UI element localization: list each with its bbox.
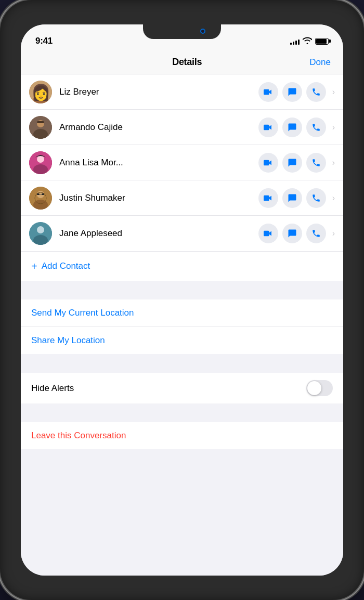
content-area: Liz Breyer — [21, 74, 343, 576]
battery-fill — [316, 39, 327, 44]
svg-rect-13 — [264, 160, 269, 165]
nav-bar: Details Done — [21, 51, 343, 74]
svg-rect-21 — [264, 195, 269, 201]
hide-alerts-toggle[interactable] — [306, 380, 333, 396]
contact-name: Jane Appleseed — [59, 228, 258, 239]
table-row: Justin Shumaker — [21, 180, 343, 216]
svg-rect-19 — [42, 193, 44, 195]
leave-conversation-label: Leave this Conversation — [31, 431, 126, 440]
svg-point-1 — [36, 85, 45, 93]
message-button[interactable] — [282, 153, 302, 173]
svg-point-0 — [29, 81, 52, 103]
signal-bars-icon — [290, 37, 300, 45]
table-row: Jane Appleseed — [21, 216, 343, 251]
phone-call-button[interactable] — [306, 153, 326, 173]
contact-name: Armando Cajide — [59, 122, 258, 133]
video-call-button[interactable] — [258, 224, 278, 243]
wifi-icon — [303, 37, 312, 46]
toggle-thumb — [307, 381, 321, 395]
signal-bar-3 — [295, 41, 297, 45]
notch — [143, 24, 221, 39]
phone-call-button[interactable] — [306, 118, 326, 137]
hide-alerts-label: Hide Alerts — [31, 383, 74, 394]
status-icons — [290, 37, 329, 46]
signal-bar-2 — [293, 42, 294, 45]
contacts-section: Liz Breyer — [21, 74, 343, 281]
share-location-button[interactable]: Share My Location — [21, 327, 343, 354]
contact-actions: › — [258, 188, 335, 208]
chevron-right-icon: › — [332, 193, 335, 203]
svg-rect-18 — [37, 193, 40, 195]
avatar — [29, 222, 52, 245]
video-call-button[interactable] — [258, 188, 278, 208]
phone-screen: 9:41 — [21, 24, 343, 576]
table-row: Anna Lisa Mor... — [21, 145, 343, 180]
svg-rect-25 — [264, 231, 269, 237]
message-button[interactable] — [282, 118, 302, 137]
phone-call-button[interactable] — [306, 82, 326, 102]
table-row: Armando Cajide — [21, 110, 343, 145]
contact-actions: › — [258, 153, 335, 173]
video-call-button[interactable] — [258, 153, 278, 173]
plus-icon: + — [31, 261, 37, 271]
table-row: Liz Breyer — [21, 74, 343, 110]
video-call-button[interactable] — [258, 118, 278, 137]
contact-name: Anna Lisa Mor... — [59, 158, 258, 168]
svg-point-11 — [37, 155, 44, 163]
send-location-label: Send My Current Location — [31, 308, 134, 318]
contact-actions: › — [258, 118, 335, 137]
svg-point-2 — [33, 94, 48, 103]
leave-conversation-section: Leave this Conversation — [21, 422, 343, 449]
message-button[interactable] — [282, 188, 302, 208]
phone-call-button[interactable] — [306, 224, 326, 243]
message-button[interactable] — [282, 224, 302, 243]
svg-rect-9 — [264, 124, 269, 130]
nav-title: Details — [172, 57, 202, 68]
svg-point-23 — [37, 226, 44, 233]
phone-frame: 9:41 — [0, 0, 364, 600]
phone-call-button[interactable] — [306, 188, 326, 208]
section-divider-2 — [21, 354, 343, 373]
avatar — [29, 187, 52, 210]
contact-actions: › — [258, 224, 335, 243]
contact-actions: › — [258, 82, 335, 102]
svg-rect-8 — [37, 121, 44, 123]
status-time: 9:41 — [35, 36, 53, 46]
avatar — [29, 116, 52, 139]
signal-bar-1 — [290, 43, 292, 45]
send-current-location-button[interactable]: Send My Current Location — [21, 299, 343, 327]
contact-name: Justin Shumaker — [59, 193, 258, 203]
chevron-right-icon: › — [332, 158, 335, 167]
chevron-right-icon: › — [332, 87, 335, 97]
share-location-label: Share My Location — [31, 335, 105, 345]
hide-alerts-row: Hide Alerts — [21, 373, 343, 403]
section-divider — [21, 281, 343, 299]
avatar — [29, 151, 52, 174]
video-call-button[interactable] — [258, 82, 278, 102]
contact-name: Liz Breyer — [59, 87, 258, 97]
svg-rect-4 — [264, 89, 269, 95]
location-section: Send My Current Location Share My Locati… — [21, 299, 343, 354]
chevron-right-icon: › — [332, 123, 335, 132]
message-button[interactable] — [282, 82, 302, 102]
hide-alerts-section: Hide Alerts — [21, 373, 343, 403]
svg-point-3 — [37, 85, 44, 93]
section-divider-3 — [21, 403, 343, 422]
battery-icon — [315, 38, 329, 45]
leave-conversation-button[interactable]: Leave this Conversation — [21, 422, 343, 449]
add-contact-label: Add Contact — [42, 261, 90, 271]
chevron-right-icon: › — [332, 229, 335, 238]
add-contact-button[interactable]: + Add Contact — [21, 251, 343, 281]
front-camera — [200, 29, 205, 34]
avatar — [29, 81, 52, 103]
signal-bar-4 — [298, 40, 300, 45]
done-button[interactable]: Done — [309, 57, 331, 68]
